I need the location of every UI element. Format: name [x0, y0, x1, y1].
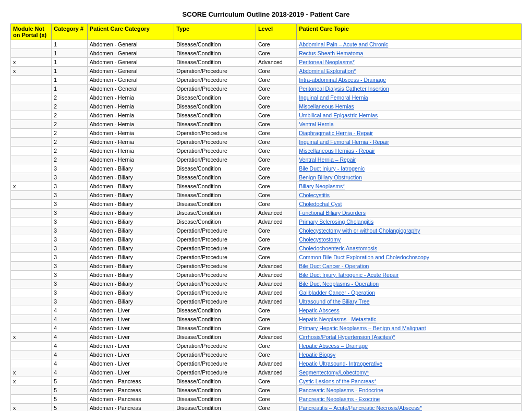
cell-topic[interactable]: Cholecystitis — [297, 191, 522, 200]
topic-link[interactable]: Cholecystostomy — [299, 236, 341, 243]
cell-topic[interactable]: Bile Duct Cancer - Operation — [297, 262, 522, 271]
topic-link[interactable]: Primary Hepatic Neoplasms – Benign and M… — [299, 325, 426, 331]
cell-topic[interactable]: Pancreatitis – Acute/Pancreatic Necrosis… — [297, 404, 522, 412]
topic-link[interactable]: Hepatic Ultrasound- Intraoperative — [299, 360, 382, 367]
topic-link[interactable]: Common Bile Duct Exploration and Choledo… — [299, 254, 429, 260]
topic-link[interactable]: Bile Duct Neoplasms - Operation — [299, 281, 379, 287]
topic-link[interactable]: Benign Biliary Obstruction — [299, 174, 362, 180]
cell-topic[interactable]: Hepatic Neoplasms - Metastatic — [297, 315, 522, 324]
cell-topic[interactable]: Cystic Lesions of the Pancreas* — [297, 377, 522, 386]
cell-topic[interactable]: Bile Duct Injury, Iatrogenic - Acute Rep… — [297, 271, 522, 280]
cell-module — [11, 271, 52, 280]
topic-link[interactable]: Diaphragmatic Hernia - Repair — [299, 130, 373, 136]
topic-link[interactable]: Bile Duct Cancer - Operation — [299, 263, 369, 269]
cell-type: Disease/Condition — [174, 111, 256, 120]
cell-topic[interactable]: Intra-abdominal Abscess - Drainage — [297, 76, 522, 84]
cell-topic[interactable]: Diaphragmatic Hernia - Repair — [297, 129, 522, 138]
topic-link[interactable]: Choledochoenteric Anastomosis — [299, 245, 377, 251]
cell-topic[interactable]: Inguinal and Femoral Hernia - Repair — [297, 138, 522, 147]
cell-topic[interactable]: Choledochal Cyst — [297, 200, 522, 209]
cell-topic[interactable]: Abdominal Pain – Acute and Chronic — [297, 40, 522, 49]
cell-module — [11, 84, 52, 93]
cell-topic[interactable]: Cirrhosis/Portal Hypertension (Ascites)* — [297, 333, 522, 342]
topic-link[interactable]: Cholecystectomy with or without Cholangi… — [299, 227, 420, 234]
topic-link[interactable]: Hepatic Abscess – Drainage — [299, 343, 368, 349]
cell-topic[interactable]: Gallbladder Cancer - Operation — [297, 288, 522, 297]
topic-link[interactable]: Bile Duct Injury, Iatrogenic - Acute Rep… — [299, 272, 398, 278]
topic-link[interactable]: Hepatic Abscess — [299, 307, 340, 313]
curriculum-table: Module Not on Portal (x) Category # Pati… — [10, 23, 522, 411]
topic-link[interactable]: Miscellaneous Hernias — [299, 103, 354, 110]
topic-link[interactable]: Ultrasound of the Biliary Tree — [299, 298, 369, 305]
topic-link[interactable]: Bile Duct Injury - Iatrogenic — [299, 165, 365, 172]
topic-link[interactable]: Rectus Sheath Hematoma — [299, 50, 363, 56]
topic-link[interactable]: Miscellaneous Hernias - Repair — [299, 148, 375, 154]
topic-link[interactable]: Abdominal Pain – Acute and Chronic — [299, 41, 388, 47]
cell-category: 3 — [52, 262, 88, 271]
topic-link[interactable]: Functional Biliary Disorders — [299, 210, 366, 216]
cell-topic[interactable]: Primary Hepatic Neoplasms – Benign and M… — [297, 324, 522, 333]
topic-link[interactable]: Abdominal Exploration* — [299, 68, 356, 74]
cell-topic[interactable]: Miscellaneous Hernias — [297, 102, 522, 111]
header-type: Type — [174, 24, 256, 40]
cell-topic[interactable]: Cholecystectomy with or without Cholangi… — [297, 226, 522, 235]
cell-category: 2 — [52, 129, 88, 138]
topic-link[interactable]: Ventral Hernia – Repair — [299, 156, 356, 163]
cell-topic[interactable]: Peritoneal Neoplasms* — [297, 58, 522, 67]
cell-topic[interactable]: Bile Duct Injury - Iatrogenic — [297, 164, 522, 173]
cell-topic[interactable]: Bile Duct Neoplasms - Operation — [297, 280, 522, 288]
cell-patient-care: Abdomen - Liver — [87, 342, 174, 350]
cell-type: Operation/Procedure — [174, 342, 256, 350]
cell-topic[interactable]: Pancreatic Neoplasms - Exocrine — [297, 395, 522, 404]
cell-topic[interactable]: Common Bile Duct Exploration and Choledo… — [297, 253, 522, 262]
cell-topic[interactable]: Benign Biliary Obstruction — [297, 173, 522, 182]
cell-topic[interactable]: Hepatic Abscess — [297, 306, 522, 315]
topic-link[interactable]: Hepatic Biopsy — [299, 352, 335, 358]
cell-topic[interactable]: Hepatic Biopsy — [297, 350, 522, 359]
topic-link[interactable]: Pancreatic Neoplasms - Exocrine — [299, 396, 380, 402]
topic-link[interactable]: Cirrhosis/Portal Hypertension (Ascites)* — [299, 334, 395, 340]
topic-link[interactable]: Inguinal and Femoral Hernia — [299, 94, 368, 101]
topic-link[interactable]: Umbilical and Epigastric Hernias — [299, 112, 378, 118]
topic-link[interactable]: Biliary Neoplasms* — [299, 183, 345, 189]
cell-topic[interactable]: Cholecystostomy — [297, 235, 522, 244]
cell-topic[interactable]: Ventral Hernia – Repair — [297, 155, 522, 164]
topic-link[interactable]: Gallbladder Cancer - Operation — [299, 289, 375, 296]
cell-module — [11, 138, 52, 147]
cell-topic[interactable]: Rectus Sheath Hematoma — [297, 49, 522, 58]
topic-link[interactable]: Segmentectomy/Lobectomy* — [299, 369, 369, 376]
cell-topic[interactable]: Inguinal and Femoral Hernia — [297, 93, 522, 102]
cell-topic[interactable]: Primary Sclerosing Cholangitis — [297, 217, 522, 226]
topic-link[interactable]: Intra-abdominal Abscess - Drainage — [299, 77, 386, 83]
topic-link[interactable]: Hepatic Neoplasms - Metastatic — [299, 316, 376, 322]
cell-topic[interactable]: Hepatic Abscess – Drainage — [297, 342, 522, 350]
topic-link[interactable]: Cholecystitis — [299, 192, 330, 198]
cell-topic[interactable]: Ultrasound of the Biliary Tree — [297, 297, 522, 306]
topic-link[interactable]: Primary Sclerosing Cholangitis — [299, 219, 373, 225]
topic-link[interactable]: Peritoneal Neoplasms* — [299, 59, 355, 65]
cell-topic[interactable]: Biliary Neoplasms* — [297, 182, 522, 191]
cell-type: Disease/Condition — [174, 306, 256, 315]
table-row: 2Abdomen - HerniaDisease/ConditionCoreVe… — [11, 120, 522, 129]
cell-topic[interactable]: Abdominal Exploration* — [297, 67, 522, 76]
topic-link[interactable]: Inguinal and Femoral Hernia - Repair — [299, 139, 389, 145]
cell-patient-care: Abdomen - Biliary — [87, 182, 174, 191]
cell-topic[interactable]: Hepatic Ultrasound- Intraoperative — [297, 359, 522, 368]
cell-topic[interactable]: Miscellaneous Hernias - Repair — [297, 147, 522, 155]
topic-link[interactable]: Pancreatitis – Acute/Pancreatic Necrosis… — [299, 405, 422, 411]
cell-topic[interactable]: Ventral Hernia — [297, 120, 522, 129]
cell-topic[interactable]: Functional Biliary Disorders — [297, 209, 522, 217]
cell-topic[interactable]: Segmentectomy/Lobectomy* — [297, 368, 522, 377]
topic-link[interactable]: Ventral Hernia — [299, 121, 334, 127]
topic-link[interactable]: Peritoneal Dialysis Catheter Insertion — [299, 86, 389, 92]
cell-topic[interactable]: Pancreatic Neoplasms - Endocrine — [297, 386, 522, 395]
cell-topic[interactable]: Peritoneal Dialysis Catheter Insertion — [297, 84, 522, 93]
cell-patient-care: Abdomen - Biliary — [87, 209, 174, 217]
cell-topic[interactable]: Umbilical and Epigastric Hernias — [297, 111, 522, 120]
cell-topic[interactable]: Choledochoenteric Anastomosis — [297, 244, 522, 253]
topic-link[interactable]: Choledochal Cyst — [299, 201, 342, 207]
cell-level: Advanced — [256, 297, 296, 306]
cell-type: Disease/Condition — [174, 164, 256, 173]
topic-link[interactable]: Pancreatic Neoplasms - Endocrine — [299, 387, 383, 393]
topic-link[interactable]: Cystic Lesions of the Pancreas* — [299, 378, 376, 384]
